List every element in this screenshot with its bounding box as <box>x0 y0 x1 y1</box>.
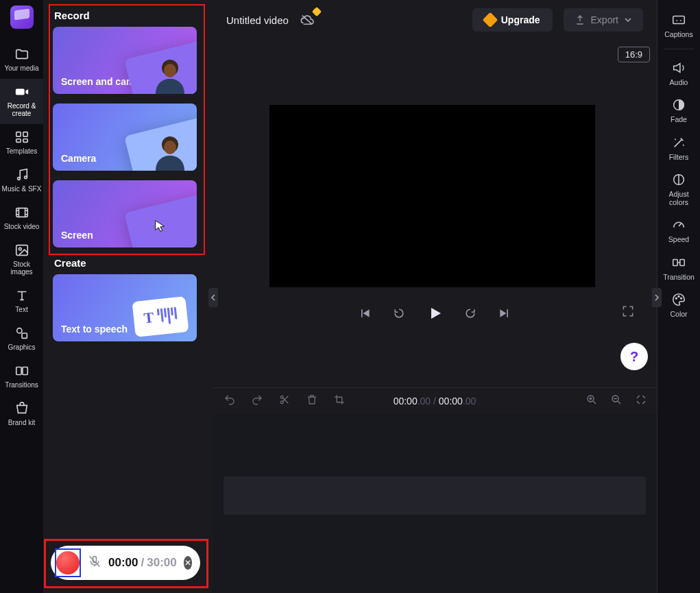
upload-icon <box>575 14 586 25</box>
svg-point-22 <box>675 298 677 300</box>
nav-label: Your media <box>4 64 38 72</box>
crop-button[interactable] <box>333 394 346 409</box>
timeline-time-readout: 00:00.00 / 00:00.00 <box>394 396 476 407</box>
card-screen[interactable]: Screen <box>53 180 197 247</box>
svg-point-23 <box>678 296 679 298</box>
nav-graphics[interactable]: Graphics <box>0 320 43 358</box>
undo-button[interactable] <box>224 394 236 409</box>
video-preview-canvas[interactable] <box>269 105 595 287</box>
nav-your-media[interactable]: Your media <box>0 41 43 79</box>
create-heading: Create <box>54 257 208 269</box>
collapse-panel-button[interactable] <box>208 288 218 307</box>
rewind-button[interactable] <box>392 306 406 320</box>
prop-transition[interactable]: Transition <box>657 250 701 287</box>
svg-point-26 <box>280 400 283 403</box>
delete-button[interactable] <box>306 394 318 409</box>
nav-stock-video[interactable]: Stock video <box>0 199 43 237</box>
current-time-sub: .00 <box>418 396 431 407</box>
recording-separator: / <box>141 556 144 570</box>
divider <box>664 49 694 49</box>
nav-text[interactable]: Text <box>0 282 43 320</box>
transitions-icon <box>14 363 29 378</box>
prop-captions[interactable]: Captions <box>657 7 701 45</box>
nav-stock-images[interactable]: Stock images <box>0 237 43 282</box>
captions-icon <box>671 12 686 27</box>
empty-track[interactable] <box>224 476 646 515</box>
chevron-right-icon <box>653 294 660 301</box>
prop-color[interactable]: Color <box>657 287 701 324</box>
prop-audio[interactable]: Audio <box>657 55 701 93</box>
svg-point-16 <box>164 141 176 154</box>
nav-brand-kit[interactable]: Brand kit <box>0 396 43 433</box>
magic-wand-icon <box>671 135 686 150</box>
svg-rect-3 <box>23 139 27 143</box>
upgrade-label: Upgrade <box>501 14 540 25</box>
app-logo-icon[interactable] <box>10 5 34 29</box>
prop-label: Adjust colors <box>659 191 699 206</box>
nav-record-create[interactable]: Record & create <box>0 79 43 124</box>
upgrade-button[interactable]: Upgrade <box>472 8 553 32</box>
adjust-icon <box>671 172 686 187</box>
zoom-in-button[interactable] <box>586 394 598 409</box>
svg-point-9 <box>16 328 21 333</box>
fullscreen-icon <box>621 304 635 318</box>
collapse-right-button[interactable] <box>652 288 662 307</box>
prop-label: Captions <box>664 31 692 39</box>
nav-label: Record & create <box>1 102 42 117</box>
camcorder-icon <box>14 84 29 99</box>
export-button[interactable]: Export <box>564 8 643 32</box>
shapes-icon <box>14 326 29 341</box>
prop-filters[interactable]: Filters <box>657 130 701 167</box>
fullscreen-button[interactable] <box>621 304 635 321</box>
close-recording-button[interactable]: ✕ <box>184 556 192 570</box>
nav-music-sfx[interactable]: Music & SFX <box>0 162 43 199</box>
play-button[interactable] <box>426 305 443 322</box>
nav-transitions[interactable]: Transitions <box>0 358 43 396</box>
folder-icon <box>14 47 29 62</box>
card-camera[interactable]: Camera <box>53 104 197 171</box>
timeline[interactable] <box>213 413 657 593</box>
cloud-sync-status[interactable] <box>300 14 315 26</box>
prop-adjust-colors[interactable]: Adjust colors <box>657 167 701 212</box>
preview-area <box>213 40 657 387</box>
topbar: Untitled video Upgrade Export <box>213 0 657 40</box>
person-avatar-icon <box>152 131 189 171</box>
gem-icon <box>482 12 498 28</box>
help-button[interactable]: ? <box>620 343 648 370</box>
zoom-out-button[interactable] <box>610 394 623 409</box>
film-strip-icon <box>14 205 29 220</box>
card-label: Camera <box>61 153 96 164</box>
skip-end-button[interactable] <box>498 306 511 320</box>
split-button[interactable] <box>278 394 291 409</box>
palette-icon <box>671 292 686 307</box>
nav-label: Stock images <box>1 261 42 276</box>
transition-icon <box>671 255 686 270</box>
card-label: Text to speech <box>61 324 128 335</box>
record-button[interactable] <box>56 551 80 574</box>
speaker-icon <box>671 60 686 75</box>
card-text-to-speech[interactable]: T Text to speech <box>53 274 197 341</box>
svg-point-25 <box>280 396 283 398</box>
video-title[interactable]: Untitled video <box>226 14 289 26</box>
image-icon <box>14 243 29 258</box>
current-time-main: 00:00 <box>394 396 418 407</box>
recording-time: 00:00 / 30:00 <box>108 556 177 570</box>
chevron-down-icon <box>624 16 632 24</box>
prop-fade[interactable]: Fade <box>657 92 701 130</box>
prop-speed[interactable]: Speed <box>657 212 701 250</box>
mic-mute-button[interactable] <box>88 555 101 571</box>
zoom-fit-button[interactable] <box>635 394 647 409</box>
nav-templates[interactable]: Templates <box>0 124 43 162</box>
skip-start-button[interactable] <box>358 306 372 320</box>
recording-max: 30:00 <box>147 556 176 570</box>
templates-icon <box>14 130 29 145</box>
redo-button[interactable] <box>251 394 263 409</box>
svg-point-24 <box>681 298 682 300</box>
total-time-sub: .00 <box>463 396 476 407</box>
card-label: Screen <box>61 230 93 241</box>
cloud-off-icon <box>300 14 315 26</box>
card-screen-and-camera[interactable]: Screen and camera <box>53 27 197 94</box>
forward-button[interactable] <box>463 306 477 320</box>
svg-rect-0 <box>16 132 20 136</box>
svg-rect-2 <box>16 139 20 143</box>
